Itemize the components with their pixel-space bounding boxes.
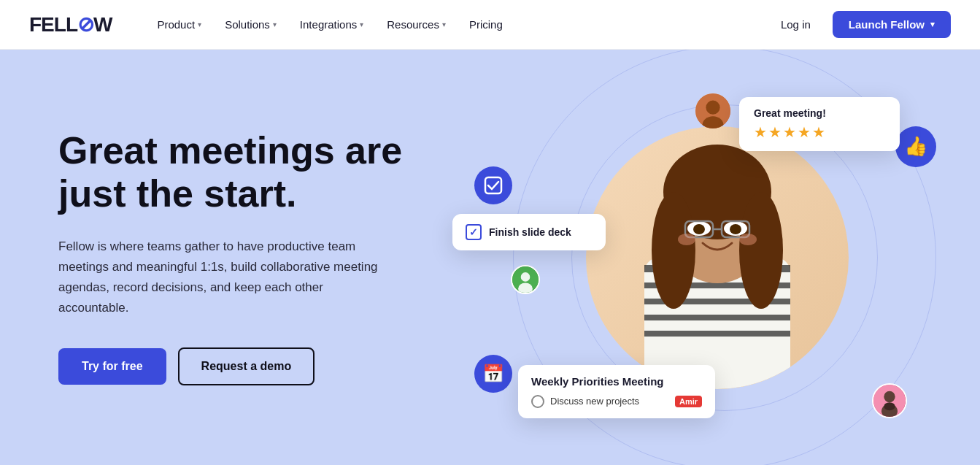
great-meeting-card: Great meeting! ★★★★★ (739, 97, 900, 151)
svg-point-10 (652, 192, 695, 309)
calendar-icon: 📅 (474, 355, 512, 393)
task-label: Discuss new projects (550, 396, 669, 407)
chevron-down-icon: ▾ (273, 20, 277, 28)
chevron-down-icon: ▾ (198, 20, 201, 28)
svg-point-11 (739, 192, 783, 309)
hero-heading: Great meetings are just the start. (58, 129, 438, 217)
hero-subtext: Fellow is where teams gather to have pro… (58, 237, 379, 318)
svg-point-14 (693, 224, 705, 234)
logo[interactable]: FELL⊘W (29, 12, 112, 36)
avatar-top-right (695, 93, 730, 128)
login-button[interactable]: Log in (771, 12, 821, 36)
hero-content: Great meetings are just the start. Fello… (58, 129, 438, 386)
avatar-green-image (512, 265, 539, 294)
chevron-down-icon: ▾ (930, 20, 935, 29)
avatar-bottom-right (872, 383, 907, 418)
hero-buttons: Try for free Request a demo (58, 347, 438, 385)
svg-point-26 (521, 272, 530, 282)
task-circle-icon (531, 395, 544, 408)
thumbs-up-icon: 👍 (895, 126, 936, 167)
hero-section: Great meetings are just the start. Fello… (0, 50, 980, 465)
nav-links: Product ▾ Solutions ▾ Integrations ▾ Res… (147, 12, 771, 36)
person-illustration (601, 126, 834, 389)
svg-point-31 (884, 402, 895, 410)
nav-solutions[interactable]: Solutions ▾ (215, 12, 287, 36)
priorities-card: Weekly Priorities Meeting Discuss new pr… (518, 365, 715, 418)
avatar-green (511, 265, 540, 294)
svg-point-22 (706, 100, 719, 114)
svg-rect-6 (644, 331, 790, 337)
try-for-free-button[interactable]: Try for free (58, 348, 166, 385)
request-demo-button[interactable]: Request a demo (178, 347, 315, 385)
nav-pricing[interactable]: Pricing (459, 12, 513, 36)
checkbox-checked-icon (466, 224, 482, 240)
task-row: Discuss new projects Amir (531, 395, 702, 408)
checkmark-circle (474, 166, 512, 204)
slide-deck-label: Finish slide deck (489, 226, 571, 238)
svg-point-19 (678, 234, 695, 245)
svg-point-29 (884, 391, 895, 401)
nav-integrations[interactable]: Integrations ▾ (290, 12, 374, 36)
launch-fellow-button[interactable]: Launch Fellow ▾ (833, 11, 951, 38)
rating-stars: ★★★★★ (754, 123, 885, 141)
chevron-down-icon: ▾ (442, 20, 446, 28)
svg-rect-5 (644, 315, 790, 320)
slide-deck-card: Finish slide deck (452, 214, 606, 250)
navigation: FELL⊘W Product ▾ Solutions ▾ Integration… (0, 0, 980, 50)
svg-point-27 (518, 283, 533, 294)
chevron-down-icon: ▾ (360, 20, 363, 28)
nav-resources[interactable]: Resources ▾ (377, 12, 456, 36)
nav-right: Log in Launch Fellow ▾ (771, 11, 951, 38)
person-circle (586, 126, 849, 389)
nav-product[interactable]: Product ▾ (147, 12, 212, 36)
svg-point-15 (730, 224, 741, 234)
avatar-bottom-image (873, 383, 906, 418)
avatar-image (695, 93, 730, 128)
check-icon (483, 175, 503, 196)
priorities-title: Weekly Priorities Meeting (531, 375, 702, 388)
hero-illustration: Great meeting! ★★★★★ 👍 Finish slide deck (438, 53, 922, 462)
great-meeting-title: Great meeting! (754, 107, 885, 119)
svg-point-20 (739, 234, 757, 245)
assignee-badge: Amir (675, 396, 702, 407)
